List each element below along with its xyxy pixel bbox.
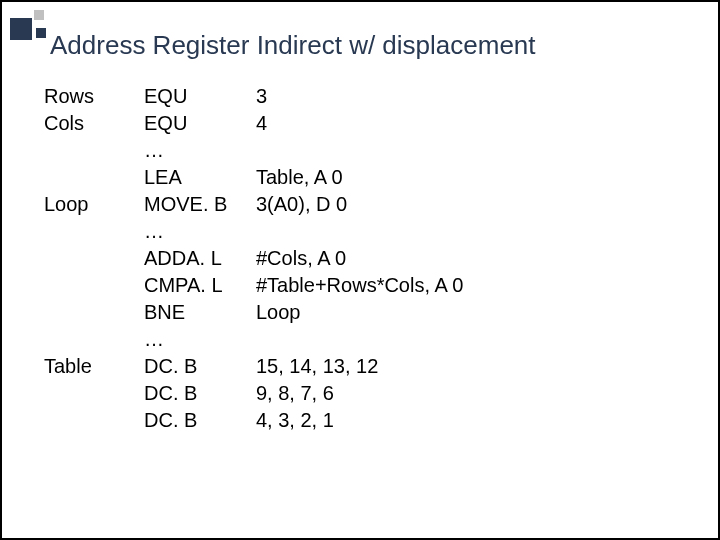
label (44, 299, 144, 326)
code-line: DC. B 4, 3, 2, 1 (44, 407, 718, 434)
operand: #Cols, A 0 (256, 245, 718, 272)
code-line: BNE Loop (44, 299, 718, 326)
mnemonic: EQU (144, 83, 256, 110)
mnemonic: … (144, 326, 256, 353)
code-line: … (44, 326, 718, 353)
operand (256, 326, 718, 353)
label: Cols (44, 110, 144, 137)
label: Loop (44, 191, 144, 218)
operand (256, 218, 718, 245)
slide-title: Address Register Indirect w/ displacemen… (2, 2, 718, 61)
mnemonic: … (144, 218, 256, 245)
mnemonic: LEA (144, 164, 256, 191)
label: Table (44, 353, 144, 380)
code-line: DC. B 9, 8, 7, 6 (44, 380, 718, 407)
operand: 3 (256, 83, 718, 110)
label (44, 326, 144, 353)
mnemonic: CMPA. L (144, 272, 256, 299)
operand: Table, A 0 (256, 164, 718, 191)
mnemonic: EQU (144, 110, 256, 137)
code-line: Table DC. B 15, 14, 13, 12 (44, 353, 718, 380)
mnemonic: MOVE. B (144, 191, 256, 218)
mnemonic: DC. B (144, 353, 256, 380)
slide-decoration (10, 10, 46, 40)
mnemonic: ADDA. L (144, 245, 256, 272)
operand: 4, 3, 2, 1 (256, 407, 718, 434)
code-line: CMPA. L #Table+Rows*Cols, A 0 (44, 272, 718, 299)
operand: 4 (256, 110, 718, 137)
code-line: … (44, 218, 718, 245)
operand: 3(A0), D 0 (256, 191, 718, 218)
code-line: … (44, 137, 718, 164)
label (44, 380, 144, 407)
operand: #Table+Rows*Cols, A 0 (256, 272, 718, 299)
label (44, 407, 144, 434)
operand: 9, 8, 7, 6 (256, 380, 718, 407)
label (44, 272, 144, 299)
label (44, 245, 144, 272)
code-listing: Rows EQU 3 Cols EQU 4 … LEA Table, A 0 L… (2, 61, 718, 434)
label (44, 164, 144, 191)
code-line: Rows EQU 3 (44, 83, 718, 110)
code-line: Cols EQU 4 (44, 110, 718, 137)
operand: 15, 14, 13, 12 (256, 353, 718, 380)
operand: Loop (256, 299, 718, 326)
code-line: ADDA. L #Cols, A 0 (44, 245, 718, 272)
operand (256, 137, 718, 164)
label (44, 218, 144, 245)
mnemonic: BNE (144, 299, 256, 326)
label (44, 137, 144, 164)
code-line: Loop MOVE. B 3(A0), D 0 (44, 191, 718, 218)
mnemonic: … (144, 137, 256, 164)
mnemonic: DC. B (144, 380, 256, 407)
label: Rows (44, 83, 144, 110)
code-line: LEA Table, A 0 (44, 164, 718, 191)
mnemonic: DC. B (144, 407, 256, 434)
